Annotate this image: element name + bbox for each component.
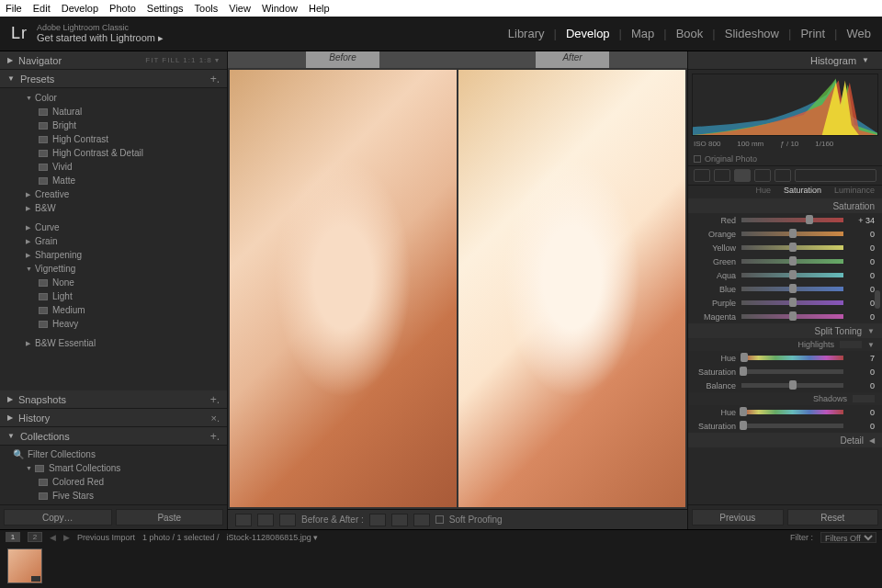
- prev-arrow-icon[interactable]: ◀: [50, 533, 56, 542]
- paste-button[interactable]: Paste: [116, 509, 224, 526]
- slider-value[interactable]: 0: [849, 381, 875, 390]
- clear-history-icon[interactable]: ×.: [211, 413, 220, 424]
- tab-luminance[interactable]: Luminance: [834, 186, 875, 198]
- filename-label[interactable]: iStock-1128086815.jpg ▾: [227, 533, 319, 542]
- preset-group[interactable]: ▶B&W: [0, 201, 227, 215]
- slider-track[interactable]: [741, 356, 843, 360]
- slider-value[interactable]: 0: [849, 422, 875, 431]
- menu-tools[interactable]: Tools: [195, 3, 219, 14]
- slider-knob[interactable]: [789, 243, 797, 252]
- filter-select[interactable]: Filters Off: [820, 532, 876, 543]
- compare-view-icon[interactable]: [257, 514, 274, 526]
- slider-value[interactable]: 0: [849, 299, 875, 308]
- preset-item[interactable]: Vivid: [0, 160, 227, 174]
- slider-knob[interactable]: [789, 311, 797, 321]
- slider-value[interactable]: 0: [849, 243, 875, 253]
- slider-track[interactable]: [741, 300, 843, 305]
- menu-photo[interactable]: Photo: [109, 3, 136, 14]
- scrollbar-thumb[interactable]: [875, 290, 880, 309]
- menu-edit[interactable]: Edit: [33, 3, 51, 14]
- slider-track[interactable]: [741, 287, 843, 291]
- slider-knob[interactable]: [789, 284, 797, 293]
- preset-item[interactable]: Light: [0, 289, 227, 303]
- before-image[interactable]: [230, 70, 457, 507]
- ba-copy-settings-icon[interactable]: [413, 514, 430, 526]
- menu-window[interactable]: Window: [262, 3, 298, 14]
- preset-item[interactable]: Heavy: [0, 317, 227, 331]
- split-toning-header[interactable]: Split Toning▼: [688, 323, 882, 338]
- shadow-swatch[interactable]: [853, 395, 875, 402]
- add-collection-icon[interactable]: +.: [210, 430, 220, 443]
- slider-track[interactable]: [741, 218, 843, 222]
- slider-track[interactable]: [741, 232, 843, 236]
- module-print[interactable]: Print: [800, 27, 825, 40]
- menu-view[interactable]: View: [229, 3, 251, 14]
- preset-item[interactable]: Natural: [0, 105, 227, 119]
- slider-knob[interactable]: [740, 407, 747, 416]
- histogram-header[interactable]: Histogram ▼: [688, 51, 882, 70]
- history-header[interactable]: ▶ History ×.: [0, 409, 227, 427]
- slider-track[interactable]: [741, 410, 843, 414]
- add-snapshot-icon[interactable]: +.: [210, 393, 220, 406]
- preset-group[interactable]: ▼Vignetting: [0, 262, 227, 276]
- slider-value[interactable]: 0: [849, 408, 875, 417]
- slider-track[interactable]: [741, 424, 843, 428]
- slider-knob[interactable]: [789, 298, 797, 307]
- menu-develop[interactable]: Develop: [62, 3, 98, 14]
- detail-header[interactable]: Detail◀: [688, 433, 882, 447]
- slider-track[interactable]: [741, 245, 843, 250]
- slider-value[interactable]: + 34: [849, 216, 875, 225]
- copy-button[interactable]: Copy…: [4, 509, 112, 526]
- menu-file[interactable]: File: [6, 3, 22, 14]
- slider-knob[interactable]: [806, 215, 813, 224]
- loupe-view-icon[interactable]: [235, 514, 252, 526]
- collections-header[interactable]: ▼ Collections +.: [0, 427, 227, 446]
- slider-value[interactable]: 0: [849, 312, 875, 322]
- thumbnail[interactable]: [7, 548, 42, 583]
- module-web[interactable]: Web: [847, 27, 872, 40]
- preset-group[interactable]: ▶Grain: [0, 234, 227, 248]
- preset-group[interactable]: ▶Curve: [0, 220, 227, 234]
- highlight-swatch[interactable]: [840, 341, 862, 348]
- slider-value[interactable]: 0: [849, 230, 875, 239]
- ba-swap-icon[interactable]: [369, 514, 386, 526]
- module-slideshow[interactable]: Slideshow: [725, 27, 779, 40]
- crop-tool-icon[interactable]: [694, 169, 710, 182]
- radial-tool-icon[interactable]: [775, 169, 791, 182]
- module-book[interactable]: Book: [676, 27, 704, 40]
- slider-value[interactable]: 0: [849, 368, 875, 377]
- slider-track[interactable]: [741, 259, 843, 264]
- collection-item[interactable]: Colored Red: [0, 475, 227, 489]
- original-photo-checkbox[interactable]: [694, 155, 701, 163]
- preset-item[interactable]: Medium: [0, 303, 227, 317]
- module-library[interactable]: Library: [508, 27, 545, 40]
- reset-button[interactable]: Reset: [787, 509, 879, 526]
- preset-item[interactable]: High Contrast & Detail: [0, 146, 227, 160]
- preset-group[interactable]: ▼Color: [0, 91, 227, 105]
- module-develop[interactable]: Develop: [566, 27, 610, 40]
- slider-knob[interactable]: [789, 270, 797, 279]
- preset-group[interactable]: ▶B&W Essential: [0, 336, 227, 350]
- menu-settings[interactable]: Settings: [147, 3, 184, 14]
- slider-knob[interactable]: [789, 229, 797, 238]
- grid-page-1[interactable]: 1: [6, 532, 20, 542]
- ba-copy-icon[interactable]: [391, 514, 408, 526]
- previous-button[interactable]: Previous: [692, 509, 784, 526]
- slider-knob[interactable]: [789, 256, 797, 266]
- collection-item[interactable]: Five Stars: [0, 489, 227, 503]
- next-arrow-icon[interactable]: ▶: [63, 533, 70, 542]
- navigator-header[interactable]: ▶ Navigator FIT FILL 1:1 1:8 ▾: [0, 51, 227, 70]
- grid-page-2[interactable]: 2: [28, 532, 42, 542]
- slider-knob[interactable]: [740, 421, 747, 430]
- slider-knob[interactable]: [789, 380, 797, 390]
- slider-track[interactable]: [741, 314, 843, 319]
- add-preset-icon[interactable]: +.: [210, 73, 220, 85]
- slider-track[interactable]: [741, 383, 843, 388]
- redeye-tool-icon[interactable]: [734, 169, 751, 182]
- module-map[interactable]: Map: [631, 27, 654, 40]
- preset-item[interactable]: Matte: [0, 174, 227, 187]
- slider-track[interactable]: [741, 369, 843, 374]
- slider-knob[interactable]: [741, 353, 748, 362]
- histogram-display[interactable]: [692, 74, 878, 136]
- preset-group[interactable]: ▶Sharpening: [0, 248, 227, 262]
